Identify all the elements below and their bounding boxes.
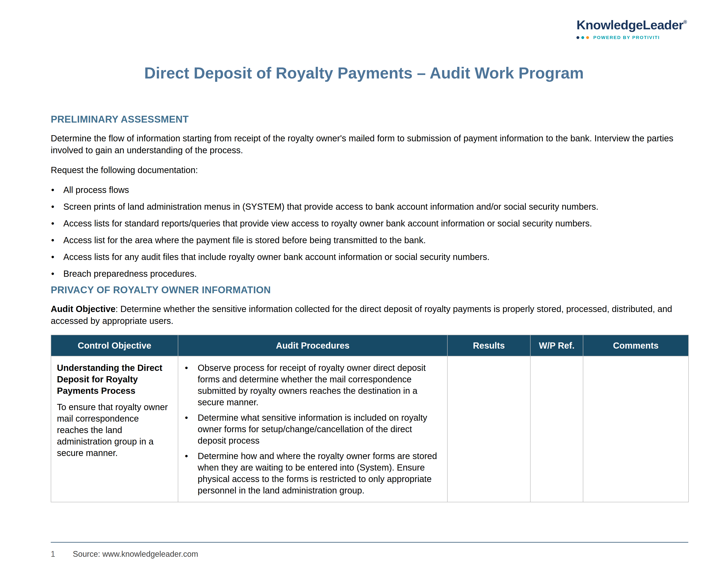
list-item: Determine what sensitive information is …	[184, 412, 441, 446]
control-objective-title: Understanding the Direct Deposit for Roy…	[57, 362, 172, 396]
audit-objective-label: Audit Objective	[51, 304, 115, 314]
preliminary-intro-paragraph: Determine the flow of information starti…	[51, 132, 688, 156]
column-header-control-objective: Control Objective	[51, 335, 178, 356]
column-header-wp-ref: W/P Ref.	[530, 335, 583, 356]
page-number: 1	[51, 549, 73, 559]
page-footer: 1 Source: www.knowledgeleader.com	[51, 549, 198, 559]
page-title: Direct Deposit of Royalty Payments – Aud…	[0, 64, 728, 82]
audit-objective-paragraph: Audit Objective: Determine whether the s…	[51, 303, 688, 327]
logo-tagline-row: POWERED BY PROTIVITI	[576, 35, 687, 40]
documentation-bullet-list: All process flowsScreen prints of land a…	[51, 184, 688, 280]
list-item: Determine how and where the royalty owne…	[184, 450, 441, 496]
logo-dot-teal-icon	[581, 36, 584, 39]
cell-comments	[583, 356, 689, 502]
cell-control-objective: Understanding the Direct Deposit for Roy…	[51, 356, 178, 502]
source-text: Source: www.knowledgeleader.com	[73, 549, 198, 559]
logo-brand-text: KnowledgeLeader	[576, 18, 683, 32]
cell-results	[447, 356, 530, 502]
list-item: All process flows	[51, 184, 688, 196]
audit-procedures-bullet-list: Observe process for receipt of royalty o…	[184, 362, 441, 496]
audit-objective-text: : Determine whether the sensitive inform…	[51, 304, 672, 326]
section-heading-preliminary-assessment: PRELIMINARY ASSESSMENT	[51, 114, 688, 125]
column-header-audit-procedures: Audit Procedures	[178, 335, 447, 356]
list-item: Access lists for any audit files that in…	[51, 251, 688, 263]
logo-wordmark: KnowledgeLeader®	[576, 19, 687, 31]
registered-trademark-mark: ®	[683, 19, 687, 25]
control-objective-body: To ensure that royalty owner mail corres…	[57, 401, 172, 459]
list-item: Access list for the area where the payme…	[51, 234, 688, 246]
list-item: Screen prints of land administration men…	[51, 201, 688, 213]
footer-divider	[51, 542, 688, 543]
logo-dot-navy-icon	[576, 36, 579, 39]
column-header-comments: Comments	[583, 335, 689, 356]
list-item: Observe process for receipt of royalty o…	[184, 362, 441, 408]
column-header-results: Results	[447, 335, 530, 356]
section-heading-privacy: PRIVACY OF ROYALTY OWNER INFORMATION	[51, 284, 688, 295]
cell-wp-ref	[530, 356, 583, 502]
audit-work-program-table: Control Objective Audit Procedures Resul…	[51, 335, 689, 502]
table-row: Understanding the Direct Deposit for Roy…	[51, 356, 689, 502]
logo-dot-orange-icon	[586, 36, 589, 39]
table-header-row: Control Objective Audit Procedures Resul…	[51, 335, 689, 356]
document-content: PRELIMINARY ASSESSMENT Determine the flo…	[51, 114, 688, 502]
cell-audit-procedures: Observe process for receipt of royalty o…	[178, 356, 447, 502]
logo-tagline-text: POWERED BY PROTIVITI	[593, 35, 660, 40]
document-page: KnowledgeLeader® POWERED BY PROTIVITI Di…	[0, 0, 728, 568]
list-item: Access lists for standard reports/querie…	[51, 218, 688, 229]
list-item: Breach preparedness procedures.	[51, 268, 688, 280]
knowledgeleader-logo: KnowledgeLeader® POWERED BY PROTIVITI	[576, 19, 687, 40]
request-documentation-line: Request the following documentation:	[51, 164, 688, 176]
